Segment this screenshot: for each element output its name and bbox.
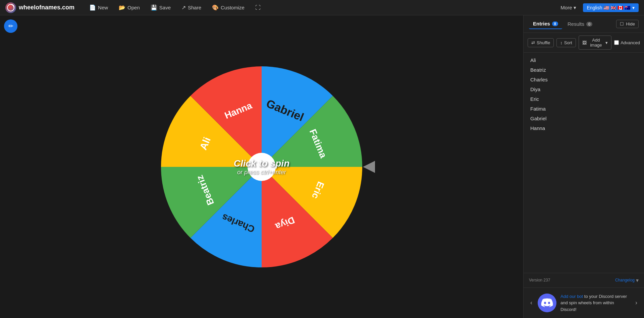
- open-icon: 📂: [119, 4, 125, 11]
- entries-list: AliBeatrizCharlesDiyaEricFatimaGabrielHa…: [524, 53, 644, 273]
- shuffle-button[interactable]: ⇄ Shuffle: [528, 38, 554, 47]
- sort-button[interactable]: ↕ Sort: [556, 38, 576, 47]
- new-icon: 📄: [89, 4, 96, 11]
- results-count-badge: 0: [586, 22, 592, 26]
- wheel-area: ✏: [0, 15, 523, 318]
- customize-icon: 🎨: [212, 4, 219, 11]
- list-item[interactable]: Charles: [524, 75, 644, 84]
- entries-count-badge: 8: [552, 21, 558, 26]
- list-item[interactable]: Hanna: [524, 123, 644, 133]
- list-item[interactable]: Diya: [524, 84, 644, 94]
- shuffle-icon: ⇄: [531, 40, 535, 45]
- save-button[interactable]: 💾 Save: [147, 3, 175, 12]
- list-item[interactable]: Fatima: [524, 104, 644, 114]
- tab-entries[interactable]: Entries 8: [529, 19, 562, 29]
- advanced-checkbox[interactable]: [614, 40, 619, 45]
- discord-prev-button[interactable]: ‹: [529, 298, 534, 308]
- save-icon: 💾: [151, 4, 157, 11]
- list-item[interactable]: Gabriel: [524, 114, 644, 123]
- fullscreen-icon: ⛶: [255, 5, 261, 11]
- main-content: ✏: [0, 15, 644, 318]
- advanced-checkbox-container[interactable]: Advanced: [614, 40, 640, 45]
- discord-section: ‹ Add our bot to your Discord server and…: [524, 288, 644, 318]
- wheel-pointer: [363, 161, 375, 173]
- advanced-label: Advanced: [621, 40, 640, 45]
- share-button[interactable]: ↗ Share: [177, 3, 205, 12]
- more-chevron-icon: ▾: [574, 5, 576, 11]
- site-name: wheelofnames.com: [19, 4, 74, 11]
- version-text: Version 237: [529, 278, 550, 282]
- panel-toolbar: ⇄ Shuffle ↕ Sort 🖼 Add image ▾ Advanced: [524, 33, 644, 53]
- new-button[interactable]: 📄 New: [85, 3, 112, 12]
- wheel-center-circle: [248, 153, 276, 181]
- sort-icon: ↕: [560, 40, 562, 45]
- changelog-link[interactable]: Changelog: [615, 278, 635, 282]
- top-navigation: wheelofnames.com 📄 New 📂 Open 💾 Save ↗ S…: [0, 0, 644, 15]
- discord-icon: [538, 294, 556, 312]
- wheel-svg[interactable]: Ali Hanna Gabriel Fatima Eric Diya Charl…: [154, 60, 369, 274]
- list-item[interactable]: Ali: [524, 55, 644, 65]
- list-item[interactable]: Eric: [524, 94, 644, 104]
- panel-footer: Version 237 Changelog ▾: [524, 273, 644, 288]
- hide-checkbox-icon: ☐: [620, 21, 624, 26]
- language-button[interactable]: English 🇺🇸 🇬🇧 🇨🇦 🇦🇺 ▾: [583, 3, 639, 12]
- discord-description: Add our bot to your Discord server and s…: [560, 293, 630, 313]
- open-button[interactable]: 📂 Open: [115, 3, 144, 12]
- discord-next-button[interactable]: ›: [634, 298, 639, 308]
- expand-changelog-button[interactable]: ▾: [636, 277, 639, 283]
- edit-pencil-button[interactable]: ✏: [4, 19, 17, 33]
- share-icon: ↗: [181, 4, 186, 11]
- add-image-icon: 🖼: [582, 40, 587, 45]
- right-panel: Entries 8 Results 0 ☐ Hide ⇄ Shuffle ↕ S…: [523, 15, 644, 318]
- panel-tabs: Entries 8 Results 0 ☐ Hide: [524, 15, 644, 33]
- hide-button[interactable]: ☐ Hide: [616, 20, 639, 28]
- more-button[interactable]: More ▾: [556, 3, 580, 12]
- fullscreen-button[interactable]: ⛶: [251, 3, 265, 12]
- discord-link[interactable]: Add our bot: [560, 294, 583, 299]
- lang-chevron-icon: ▾: [632, 5, 635, 10]
- tab-results[interactable]: Results 0: [564, 19, 596, 29]
- site-logo: [5, 2, 16, 13]
- add-image-chevron-icon: ▾: [605, 40, 608, 45]
- wheel-container[interactable]: Ali Hanna Gabriel Fatima Eric Diya Charl…: [154, 60, 369, 274]
- customize-button[interactable]: 🎨 Customize: [208, 3, 249, 12]
- add-image-button[interactable]: 🖼 Add image ▾: [579, 36, 612, 50]
- list-item[interactable]: Beatriz: [524, 65, 644, 75]
